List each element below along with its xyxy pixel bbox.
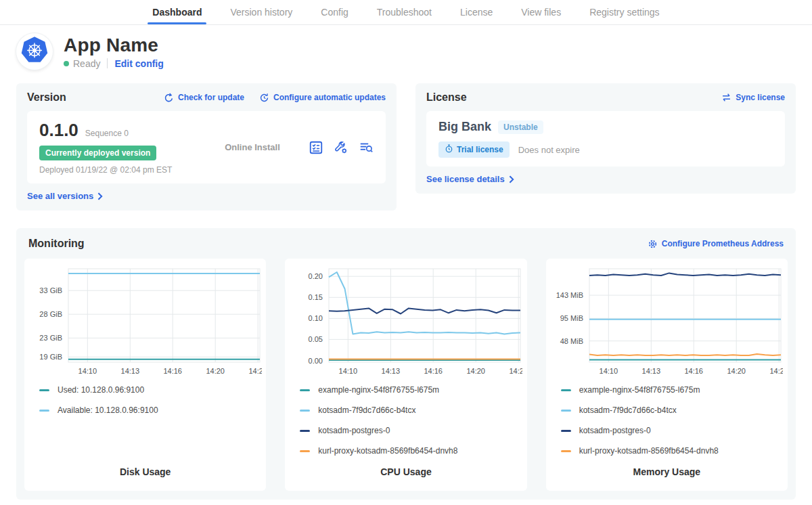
gear-icon: [648, 239, 658, 249]
see-license-details-row: See license details: [426, 174, 785, 184]
svg-text:14:10: 14:10: [339, 367, 358, 375]
svg-text:14:13: 14:13: [120, 367, 139, 375]
legend-item: Used: 10.128.0.96:9100: [39, 385, 262, 395]
nav-tab-config[interactable]: Config: [307, 0, 362, 24]
version-number: 0.1.0: [39, 120, 78, 141]
nav-tab-troubleshoot[interactable]: Troubleshoot: [363, 0, 446, 24]
chart-title: Disk Usage: [28, 466, 262, 480]
monitoring-header: Monitoring Configure Prometheus Address: [28, 238, 784, 250]
edit-config-link[interactable]: Edit config: [114, 58, 163, 69]
legend-color-dash: [561, 430, 571, 432]
svg-text:14:20: 14:20: [206, 367, 225, 375]
legend-color-dash: [39, 410, 49, 412]
legend-color-dash: [300, 430, 310, 432]
diff-logs-search-icon[interactable]: [359, 140, 374, 155]
version-header-links: Check for update Configure automatic upd…: [164, 93, 386, 103]
svg-text:14:10: 14:10: [600, 367, 618, 375]
refresh-icon: [164, 93, 174, 103]
legend-item: kotsadm-postgres-0: [561, 426, 784, 435]
page-title: App Name: [64, 35, 164, 56]
legend-item: kotsadm-7f9dc7d66c-b4tcx: [300, 405, 522, 415]
monitoring-panel: Monitoring Configure Prometheus Address …: [16, 228, 796, 500]
svg-text:14:16: 14:16: [163, 367, 182, 375]
trial-license-label: Trial license: [457, 145, 503, 154]
see-license-details-link[interactable]: See license details: [426, 174, 514, 184]
svg-text:14:23: 14:23: [509, 367, 522, 375]
nav-tab-version-history[interactable]: Version history: [216, 0, 307, 24]
monitoring-title: Monitoring: [28, 238, 85, 250]
legend-label: kotsadm-7f9dc7d66c-b4tcx: [318, 405, 415, 415]
license-card: Big Bank Unstable Trial license Do: [426, 111, 785, 167]
license-panel-header: License Sync license: [426, 91, 785, 104]
svg-text:19 GiB: 19 GiB: [39, 353, 62, 361]
deployed-version-badge: Currently deployed version: [39, 146, 156, 160]
legend-color-dash: [300, 410, 310, 412]
nav-tab-registry-settings[interactable]: Registry settings: [575, 0, 673, 24]
version-title: Version: [27, 91, 66, 104]
divider: [107, 58, 108, 68]
svg-text:14:13: 14:13: [382, 367, 401, 375]
legend-label: Available: 10.128.0.96:9100: [58, 405, 158, 415]
svg-text:14:16: 14:16: [685, 367, 704, 375]
legend-item: kotsadm-postgres-0: [300, 426, 522, 435]
configure-automatic-updates-label: Configure automatic updates: [273, 93, 386, 102]
config-edit-wrench-icon[interactable]: [334, 140, 348, 155]
svg-text:14:20: 14:20: [727, 367, 746, 375]
svg-text:0.20: 0.20: [309, 272, 323, 280]
legend-color-dash: [300, 450, 310, 452]
preflight-checks-icon[interactable]: [309, 140, 323, 155]
nav-tab-view-files[interactable]: View files: [507, 0, 575, 24]
legend-item: Available: 10.128.0.96:9100: [39, 405, 262, 415]
legend-item: example-nginx-54f8f76755-l675m: [300, 385, 522, 395]
app-logo: [16, 33, 53, 70]
clock-refresh-icon: [259, 93, 269, 103]
configure-automatic-updates-button[interactable]: Configure automatic updates: [259, 93, 386, 103]
app-meta: Ready Edit config: [64, 58, 164, 69]
see-all-versions-link[interactable]: See all versions: [27, 191, 103, 201]
chart-card-disk-usage: 33 GiB28 GiB23 GiB19 GiB14:1014:1314:161…: [24, 259, 266, 491]
svg-text:95 MiB: 95 MiB: [560, 314, 583, 322]
nav-tab-dashboard[interactable]: Dashboard: [138, 0, 216, 24]
svg-text:0.15: 0.15: [309, 293, 323, 301]
legend-color-dash: [561, 410, 571, 412]
trial-license-badge: Trial license: [438, 141, 510, 158]
svg-text:14:10: 14:10: [78, 367, 97, 375]
stopwatch-icon: [445, 144, 453, 155]
status-label: Ready: [73, 58, 100, 69]
license-panel: License Sync license Big Bank Unstable: [415, 83, 796, 194]
configure-prometheus-label: Configure Prometheus Address: [662, 239, 784, 248]
nav-tab-license[interactable]: License: [446, 0, 507, 24]
svg-text:0.00: 0.00: [309, 357, 323, 365]
charts-row: 33 GiB28 GiB23 GiB19 GiB14:1014:1314:161…: [24, 259, 788, 491]
legend-label: kotsadm-7f9dc7d66c-b4tcx: [579, 405, 677, 415]
chart-legend: example-nginx-54f8f76755-l675mkotsadm-7f…: [550, 385, 784, 466]
legend-color-dash: [561, 450, 571, 452]
chart-card-memory-usage: 143 MiB95 MiB48 MiB14:1014:1314:1614:201…: [546, 259, 788, 491]
legend-item: kotsadm-7f9dc7d66c-b4tcx: [561, 405, 784, 415]
svg-text:14:16: 14:16: [424, 367, 443, 375]
app-header: App Name Ready Edit config: [0, 25, 812, 75]
version-info: 0.1.0 Sequence 0 Currently deployed vers…: [39, 120, 196, 175]
chevron-right-icon: [97, 192, 103, 200]
line-chart: 0.200.150.100.050.0014:1014:1314:1614:20…: [290, 265, 522, 378]
svg-text:14:23: 14:23: [770, 367, 784, 375]
sync-license-button[interactable]: Sync license: [721, 93, 785, 102]
configure-prometheus-button[interactable]: Configure Prometheus Address: [648, 239, 784, 249]
legend-label: example-nginx-54f8f76755-l675m: [579, 385, 700, 395]
version-actions: [309, 140, 374, 155]
version-sequence: Sequence 0: [85, 129, 129, 138]
svg-text:28 GiB: 28 GiB: [39, 310, 62, 318]
status-dot-icon: [64, 61, 69, 66]
chevron-right-icon: [509, 175, 514, 183]
channel-badge: Unstable: [498, 120, 543, 134]
svg-text:48 MiB: 48 MiB: [560, 337, 583, 345]
kubernetes-icon: [20, 36, 49, 67]
svg-text:0.05: 0.05: [309, 335, 323, 343]
svg-text:14:23: 14:23: [248, 367, 262, 375]
check-for-update-button[interactable]: Check for update: [164, 93, 244, 103]
see-all-versions-row: See all versions: [27, 191, 386, 201]
see-license-details-label: See license details: [426, 174, 505, 184]
legend-label: example-nginx-54f8f76755-l675m: [318, 385, 439, 395]
top-nav: DashboardVersion historyConfigTroublesho…: [0, 0, 812, 25]
svg-text:33 GiB: 33 GiB: [39, 286, 62, 294]
